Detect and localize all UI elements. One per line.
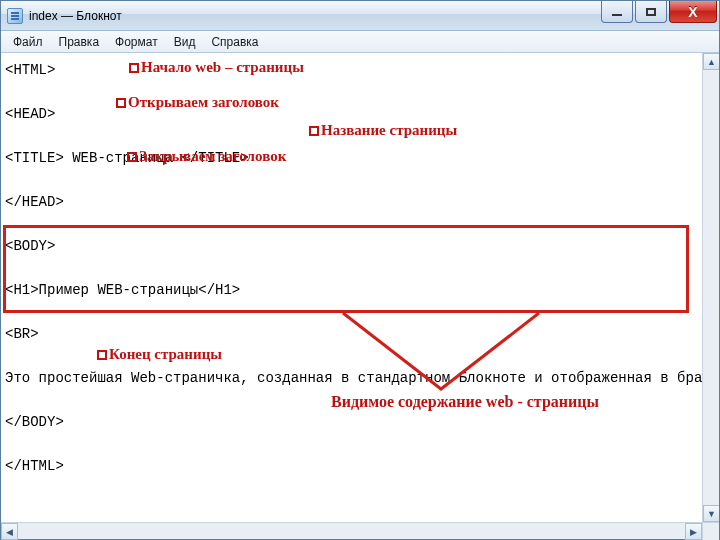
code-line: <BR> <box>5 326 39 342</box>
horizontal-scrollbar[interactable]: ◀ ▶ <box>1 522 719 539</box>
minimize-button[interactable] <box>601 1 633 23</box>
annotation-visible: Видимое содержание web - страницы <box>331 391 599 413</box>
menu-help[interactable]: Справка <box>203 33 266 51</box>
code-line: <TITLE> WEB-страница </TITLE> <box>5 150 249 166</box>
menu-edit[interactable]: Правка <box>51 33 108 51</box>
code-line: </BODY> <box>5 414 64 430</box>
window-title: index — Блокнот <box>29 9 122 23</box>
code-line: <H1>Пример WEB-страницы</H1> <box>5 282 240 298</box>
scroll-left-button[interactable]: ◀ <box>1 523 18 540</box>
scroll-corner <box>702 523 719 540</box>
maximize-button[interactable] <box>635 1 667 23</box>
menu-file[interactable]: Файл <box>5 33 51 51</box>
window-buttons: X <box>601 1 719 23</box>
menu-view[interactable]: Вид <box>166 33 204 51</box>
code-line: </HEAD> <box>5 194 64 210</box>
highlight-box <box>3 225 689 313</box>
menu-bar: Файл Правка Формат Вид Справка <box>1 31 719 53</box>
annotation-start: Начало web – страницы <box>129 56 304 78</box>
scroll-down-button[interactable]: ▼ <box>703 505 719 522</box>
menu-format[interactable]: Формат <box>107 33 166 51</box>
notepad-window: index — Блокнот X Файл Правка Формат Вид… <box>0 0 720 540</box>
code-line: Это простейшая Web-страничка, созданная … <box>5 370 702 386</box>
annotation-open-head: Открываем заголовок <box>116 91 279 113</box>
close-button[interactable]: X <box>669 1 717 23</box>
scroll-up-button[interactable]: ▲ <box>703 53 719 70</box>
content-area: <HTML> <HEAD> <TITLE> WEB-страница </TIT… <box>1 53 719 522</box>
annotation-end: Конец страницы <box>97 343 222 365</box>
code-line: </HTML> <box>5 458 64 474</box>
annotation-title: Название страницы <box>309 119 457 141</box>
code-line: <BODY> <box>5 238 55 254</box>
code-line: <HEAD> <box>5 106 55 122</box>
scroll-right-button[interactable]: ▶ <box>685 523 702 540</box>
vertical-scrollbar[interactable]: ▲ ▼ <box>702 53 719 522</box>
code-line: <HTML> <box>5 62 55 78</box>
title-bar[interactable]: index — Блокнот X <box>1 1 719 31</box>
text-editor[interactable]: <HTML> <HEAD> <TITLE> WEB-страница </TIT… <box>1 53 702 522</box>
notepad-icon <box>7 8 23 24</box>
